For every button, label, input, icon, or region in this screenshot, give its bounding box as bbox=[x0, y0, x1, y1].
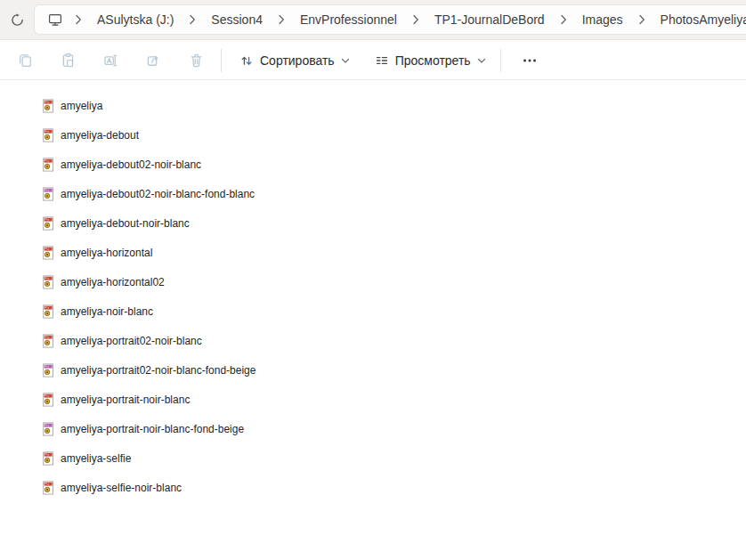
copy-button[interactable] bbox=[7, 45, 43, 76]
file-row[interactable]: amyeliya-debout-noir-blanc bbox=[0, 208, 746, 238]
image-file-icon bbox=[41, 187, 55, 201]
command-bar: Сортировать Просмотреть bbox=[0, 41, 746, 80]
rename-icon bbox=[103, 53, 118, 68]
file-name: amyeliya-portrait02-noir-blanc-fond-beig… bbox=[61, 364, 255, 377]
image-file-icon bbox=[41, 363, 55, 377]
file-name: amyeliya bbox=[61, 100, 102, 112]
breadcrumb: ASulytska (J:) Session4 EnvProfessionnel… bbox=[69, 8, 746, 31]
image-file-icon bbox=[41, 422, 55, 436]
file-name: amyeliya-portrait02-noir-blanc bbox=[61, 335, 202, 347]
refresh-button[interactable] bbox=[4, 6, 30, 33]
address-toolbar: ASulytska (J:) Session4 EnvProfessionnel… bbox=[0, 0, 746, 40]
file-name: amyeliya-debout bbox=[61, 129, 139, 142]
toolbar-divider bbox=[221, 49, 222, 72]
image-file-icon bbox=[41, 334, 55, 348]
view-button-label: Просмотреть bbox=[395, 53, 471, 68]
breadcrumb-item[interactable]: Images bbox=[573, 8, 632, 31]
breadcrumb-chevron-icon[interactable] bbox=[632, 14, 652, 25]
this-pc-button[interactable] bbox=[42, 7, 69, 32]
chevron-down-icon bbox=[341, 57, 350, 64]
breadcrumb-item[interactable]: TP1-JournalDeBord bbox=[426, 8, 554, 31]
file-row[interactable]: amyeliya-debout02-noir-blanc-fond-blanc bbox=[0, 179, 746, 208]
more-icon bbox=[522, 53, 538, 68]
image-file-icon bbox=[41, 128, 55, 142]
file-row[interactable]: amyeliya-portrait02-noir-blanc bbox=[0, 326, 746, 355]
delete-button[interactable] bbox=[178, 45, 214, 76]
image-file-icon bbox=[41, 481, 55, 495]
share-icon bbox=[146, 53, 161, 68]
paste-icon bbox=[61, 53, 76, 68]
file-row[interactable]: amyeliya-selfie bbox=[0, 443, 746, 473]
file-name: amyeliya-selfie bbox=[61, 452, 131, 465]
file-name: amyeliya-noir-blanc bbox=[61, 305, 153, 318]
paste-button[interactable] bbox=[50, 45, 85, 76]
file-list: amyeliya amyeliya-debout amyeliya-debout… bbox=[0, 81, 746, 560]
file-row[interactable]: amyeliya-portrait-noir-blanc bbox=[0, 385, 746, 414]
sort-icon bbox=[239, 53, 254, 68]
share-button[interactable] bbox=[135, 45, 171, 76]
file-row[interactable]: amyeliya-selfie-noir-blanc bbox=[0, 473, 746, 502]
file-row[interactable]: amyeliya bbox=[0, 91, 746, 120]
file-row[interactable]: amyeliya-debout02-noir-blanc bbox=[0, 150, 746, 179]
file-row[interactable]: amyeliya-debout bbox=[0, 120, 746, 150]
file-row[interactable]: amyeliya-portrait02-noir-blanc-fond-beig… bbox=[0, 355, 746, 385]
file-name: amyeliya-debout02-noir-blanc-fond-blanc bbox=[61, 188, 255, 200]
breadcrumb-chevron-icon[interactable] bbox=[554, 14, 573, 25]
refresh-icon bbox=[10, 12, 25, 28]
breadcrumb-item[interactable]: Session4 bbox=[202, 8, 272, 31]
image-file-icon bbox=[41, 304, 55, 319]
image-file-icon bbox=[41, 275, 55, 289]
more-button[interactable] bbox=[512, 45, 547, 76]
file-row[interactable]: amyeliya-noir-blanc bbox=[0, 296, 746, 326]
breadcrumb-chevron-icon[interactable] bbox=[69, 14, 88, 25]
breadcrumb-chevron-icon[interactable] bbox=[272, 14, 291, 25]
view-icon bbox=[375, 53, 389, 68]
sort-button-label: Сортировать bbox=[260, 53, 335, 68]
rename-button[interactable] bbox=[93, 45, 128, 76]
file-name: amyeliya-portrait-noir-blanc bbox=[61, 394, 190, 406]
file-name: amyeliya-horizontal bbox=[61, 247, 152, 259]
breadcrumb-item[interactable]: EnvProfessionnel bbox=[291, 8, 406, 31]
file-row[interactable]: amyeliya-portrait-noir-blanc-fond-beige bbox=[0, 414, 746, 443]
file-name: amyeliya-selfie-noir-blanc bbox=[61, 482, 182, 494]
breadcrumb-chevron-icon[interactable] bbox=[182, 14, 202, 25]
file-name: amyeliya-debout02-noir-blanc bbox=[61, 158, 201, 171]
image-file-icon bbox=[41, 158, 55, 172]
delete-icon bbox=[189, 53, 204, 68]
file-name: amyeliya-horizontal02 bbox=[61, 276, 165, 288]
monitor-icon bbox=[47, 12, 63, 28]
toolbar-divider bbox=[500, 49, 501, 72]
image-file-icon bbox=[41, 393, 55, 407]
copy-icon bbox=[18, 53, 33, 68]
file-name: amyeliya-portrait-noir-blanc-fond-beige bbox=[61, 423, 244, 435]
chevron-down-icon bbox=[477, 57, 486, 64]
breadcrumb-chevron-icon[interactable] bbox=[406, 14, 426, 25]
view-button[interactable]: Просмотреть bbox=[364, 45, 497, 76]
image-file-icon bbox=[41, 99, 55, 113]
image-file-icon bbox=[41, 246, 55, 260]
breadcrumb-item[interactable]: PhotosAmyeliya bbox=[652, 8, 746, 31]
breadcrumb-item[interactable]: ASulytska (J:) bbox=[88, 8, 182, 31]
file-row[interactable]: amyeliya-horizontal02 bbox=[0, 267, 746, 296]
file-row[interactable]: amyeliya-horizontal bbox=[0, 238, 746, 267]
address-bar[interactable]: ASulytska (J:) Session4 EnvProfessionnel… bbox=[34, 4, 746, 35]
sort-button[interactable]: Сортировать bbox=[229, 45, 361, 76]
image-file-icon bbox=[41, 451, 55, 466]
file-name: amyeliya-debout-noir-blanc bbox=[61, 217, 190, 230]
image-file-icon bbox=[41, 216, 55, 231]
